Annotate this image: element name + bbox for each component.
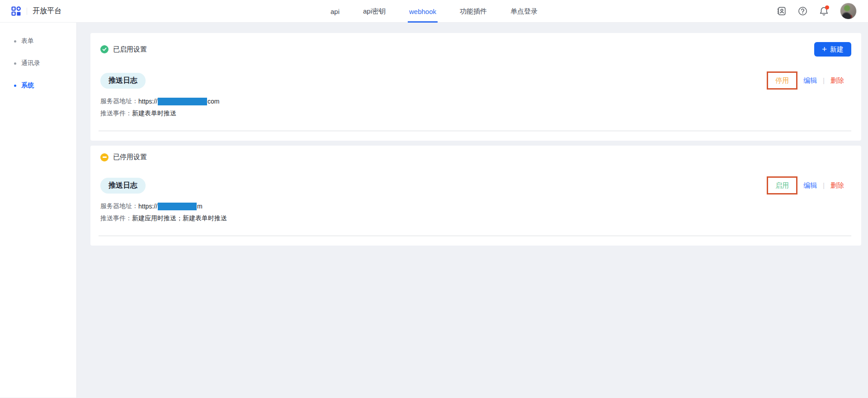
contacts-icon[interactable] [776,6,786,16]
tab-sso[interactable]: 单点登录 [509,0,539,23]
push-event-label: 推送事件： [100,214,132,223]
user-avatar[interactable] [840,3,857,19]
sidebar-item-forms[interactable]: 表单 [0,37,76,46]
page-title: 开放平台 [33,6,61,16]
bullet-dot-icon [14,62,16,65]
sidebar-item-system[interactable]: 系统 [0,81,76,90]
help-icon[interactable] [797,6,807,16]
push-event-line: 推送事件：新建表单时推送 [90,109,861,118]
delete-button[interactable]: 删除 [830,181,844,190]
item-divider-line [99,236,851,236]
create-new-label: 新建 [830,45,844,54]
push-event-label: 推送事件： [100,109,132,118]
status-title-disabled: 已停用设置 [100,153,147,161]
server-url-prefix: https:// [138,203,157,210]
card-header: 已启用设置 + 新建 [90,33,861,57]
enabled-settings-card: 已启用设置 + 新建 推送日志 停用 编辑 | 删除 [90,33,861,141]
server-address-line: 服务器地址：https://m [90,202,861,210]
webhook-item-header: 推送日志 启用 编辑 | 删除 [90,176,861,194]
edit-button[interactable]: 编辑 [803,181,817,190]
app-logo-grid-icon[interactable] [11,6,21,16]
tab-webhook[interactable]: webhook [408,0,438,23]
disable-button[interactable]: 停用 [775,76,789,85]
webhook-item-header: 推送日志 停用 编辑 | 删除 [90,71,861,90]
redaction-block [158,203,197,210]
create-new-button[interactable]: + 新建 [814,42,851,57]
header-actions [776,3,857,19]
sidebar-item-label: 系统 [21,81,34,90]
annotation-highlight-box: 停用 [767,71,797,90]
action-divider: | [823,77,825,84]
main-nav-tabs: api api密钥 webhook 功能插件 单点登录 [329,0,539,23]
server-url-suffix: m [197,203,203,210]
server-url-prefix: https:// [138,98,157,105]
minus-bar [103,156,107,158]
tab-api-secret[interactable]: api密钥 [362,0,387,23]
server-address-label: 服务器地址： [100,97,138,105]
notification-dot [825,5,829,9]
server-url-suffix: com [208,98,219,105]
item-actions: 停用 编辑 | 删除 [767,71,844,90]
tab-api[interactable]: api [329,0,341,23]
server-address-line: 服务器地址：https://com [90,97,861,105]
redaction-block [158,98,207,105]
sidebar-item-contacts[interactable]: 通讯录 [0,59,76,68]
server-address-label: 服务器地址： [100,202,138,210]
push-event-line: 推送事件：新建应用时推送；新建表单时推送 [90,214,861,223]
bullet-dot-icon [14,85,16,87]
header-brand: 开放平台 [11,6,61,16]
status-title-enabled: 已启用设置 [100,45,147,54]
push-event-value: 新建表单时推送 [132,109,176,118]
disabled-settings-card: 已停用设置 推送日志 启用 编辑 | 删除 服务器地址：https://m 推送… [90,146,861,246]
bell-icon[interactable] [819,6,829,16]
bullet-dot-icon [14,40,16,43]
sidebar: 表单 通讯录 系统 [0,23,77,398]
item-actions: 启用 编辑 | 删除 [767,176,844,194]
sidebar-item-label: 通讯录 [21,59,40,67]
webhook-name-badge: 推送日志 [100,73,146,89]
main-content: 已启用设置 + 新建 推送日志 停用 编辑 | 删除 [77,23,868,398]
tab-plugins[interactable]: 功能插件 [458,0,488,23]
push-event-value: 新建应用时推送；新建表单时推送 [132,214,227,223]
plus-icon: + [822,45,827,53]
action-divider: | [823,182,825,189]
webhook-name-badge: 推送日志 [100,178,146,194]
minus-circle-icon [100,153,108,161]
annotation-highlight-box: 启用 [767,176,797,194]
status-title-text: 已启用设置 [113,45,147,54]
enable-button[interactable]: 启用 [775,181,789,190]
status-title-text: 已停用设置 [113,153,147,161]
delete-button[interactable]: 删除 [830,76,844,85]
item-divider-line [99,131,851,131]
card-header: 已停用设置 [90,146,861,161]
top-header: 开放平台 api api密钥 webhook 功能插件 单点登录 [0,0,868,23]
sidebar-item-label: 表单 [21,37,34,45]
check-circle-icon [100,45,108,53]
title-divider [27,8,27,15]
edit-button[interactable]: 编辑 [803,76,817,85]
